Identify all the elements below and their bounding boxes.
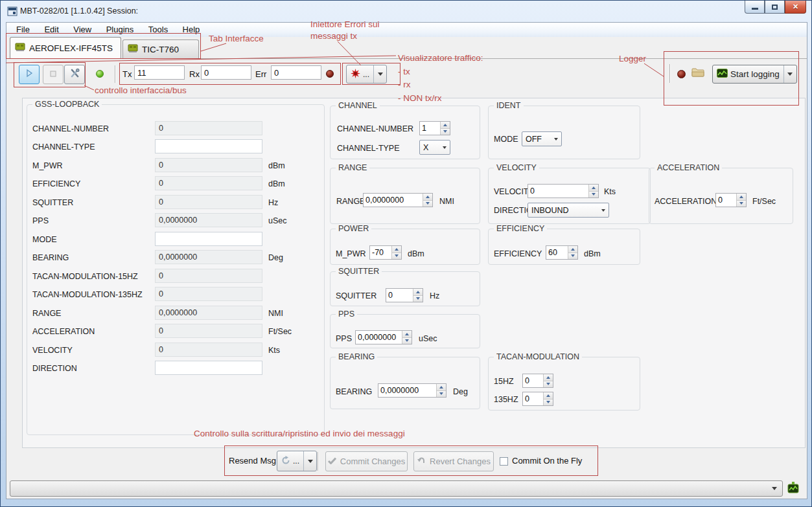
device-chip-icon: [128, 44, 138, 55]
stop-bus-button[interactable]: [43, 65, 64, 84]
app-icon: [7, 6, 17, 19]
rx-count-field[interactable]: 0: [201, 65, 251, 80]
group-gss-loopback: GSS-LOOPBACK CHANNEL-NUMBER0 CHANNEL-TYP…: [27, 104, 325, 435]
start-logging-label: Start logging: [730, 69, 780, 79]
commit-check-icon: [328, 456, 336, 466]
spinner-arrows-icon[interactable]: [391, 246, 401, 259]
spinner-arrows-icon[interactable]: [588, 185, 598, 197]
logger-separator: [669, 64, 670, 83]
group-bearing: BEARING BEARING 0,0000000 Deg: [330, 357, 480, 409]
gss-bearing-field: 0,0000000: [155, 250, 262, 264]
revert-changes-button[interactable]: Revert Changes: [413, 451, 494, 471]
m-pwr-spinner[interactable]: -70: [369, 245, 402, 260]
bottom-separator: [318, 452, 318, 471]
tools-icon: [69, 68, 80, 81]
tacan-135hz-spinner[interactable]: 0: [522, 392, 553, 406]
logging-status-led: [677, 70, 686, 78]
spinner-arrows-icon[interactable]: [402, 331, 412, 344]
tab-label: AEROFLEX-IFF45TS: [29, 43, 113, 53]
injector-dropdown-arrow[interactable]: [373, 65, 386, 83]
gss-mode-field: [155, 232, 262, 246]
direction-dropdown[interactable]: INBOUND: [528, 203, 609, 218]
squitter-spinner[interactable]: 0: [386, 288, 423, 302]
gss-range-field: 0,0000000: [155, 306, 262, 320]
spinner-arrows-icon[interactable]: [436, 384, 446, 397]
spinner-arrows-icon[interactable]: [413, 289, 423, 302]
log-chart-icon-small[interactable]: [787, 482, 799, 497]
tacan-15hz-spinner[interactable]: 0: [522, 374, 553, 388]
menu-tools[interactable]: Tools: [143, 23, 174, 36]
group-channel: CHANNEL CHANNEL-NUMBER 1 CHANNEL-TYPE X: [330, 106, 480, 159]
group-efficiency: EFFICIENCY EFFICIENCY 60 dBm: [488, 229, 640, 265]
bearing-spinner[interactable]: 0,0000000: [378, 383, 447, 398]
bus-settings-button[interactable]: [64, 65, 85, 84]
tab-tic-t760[interactable]: TIC-T760: [122, 39, 199, 58]
channel-type-dropdown[interactable]: X: [419, 140, 450, 155]
chevron-down-icon: [601, 209, 605, 212]
start-logging-button[interactable]: Start logging: [712, 65, 797, 84]
minimize-button[interactable]: [745, 1, 765, 14]
group-range: RANGE RANGE 0,0000000 NMI: [330, 168, 480, 224]
gss-channel-type-field: [155, 139, 262, 153]
spinner-arrows-icon[interactable]: [736, 194, 746, 207]
menu-help[interactable]: Help: [177, 23, 206, 36]
spinner-arrows-icon[interactable]: [423, 194, 432, 207]
commit-on-the-fly-checkbox[interactable]: [500, 457, 508, 466]
group-velocity: VELOCITY VELOCITY 0 Kts DIRECTION INBOUN…: [488, 168, 651, 224]
group-title: ACCELERATION: [655, 163, 722, 172]
error-status-led: [326, 70, 334, 78]
minimize-icon: [752, 8, 758, 10]
group-title: IDENT: [494, 101, 524, 110]
menu-plugins[interactable]: Plugins: [100, 23, 140, 36]
commit-on-the-fly-label: Commit On the Fly: [512, 456, 582, 466]
spinner-arrows-icon[interactable]: [568, 246, 577, 259]
resend-msg-button[interactable]: ...: [277, 451, 317, 471]
group-title: VELOCITY: [494, 163, 539, 172]
chevron-down-icon: [443, 146, 447, 149]
menu-edit[interactable]: Edit: [38, 23, 64, 36]
chevron-down-icon: [772, 487, 777, 490]
injector-ellipsis: ...: [363, 70, 369, 79]
resend-dropdown-arrow[interactable]: [303, 451, 316, 471]
acceleration-spinner[interactable]: 0: [715, 193, 747, 207]
message-selector-dropdown[interactable]: [10, 480, 783, 497]
menu-file[interactable]: File: [10, 23, 36, 36]
tab-aeroflex-iff45ts[interactable]: AEROFLEX-IFF45TS: [10, 37, 121, 59]
close-button[interactable]: ✕: [785, 1, 806, 14]
chevron-down-icon: [787, 73, 793, 76]
channel-number-spinner[interactable]: 1: [419, 121, 450, 135]
chevron-down-icon: [378, 73, 383, 76]
err-count-field[interactable]: 0: [271, 65, 321, 80]
efficiency-spinner[interactable]: 60: [546, 245, 578, 260]
menu-bar: File Edit View Plugins Tools Help: [6, 23, 807, 37]
gss-pps-field: 0,0000000: [155, 213, 262, 227]
stop-icon: [49, 69, 57, 80]
group-ident: IDENT MODE OFF: [488, 106, 640, 159]
tx-count-field[interactable]: 11: [134, 65, 185, 80]
tx-label: Tx: [122, 69, 132, 79]
range-spinner[interactable]: 0,0000000: [363, 193, 433, 207]
err-label: Err: [255, 69, 266, 79]
maximize-button[interactable]: [765, 1, 785, 14]
gss-efficiency-field: 0: [155, 176, 262, 190]
revert-undo-icon: [417, 456, 426, 466]
error-injector-button[interactable]: ...: [346, 65, 387, 84]
group-title: GSS-LOOPBACK: [32, 100, 102, 109]
pps-spinner[interactable]: 0,0000000: [355, 330, 412, 344]
commit-changes-button[interactable]: Commit Changes: [325, 451, 408, 471]
spinner-arrows-icon[interactable]: [543, 392, 553, 405]
play-icon: [25, 69, 34, 80]
velocity-spinner[interactable]: 0: [528, 184, 599, 198]
menu-view[interactable]: View: [67, 23, 97, 36]
spinner-arrows-icon[interactable]: [440, 122, 450, 135]
open-log-folder-icon[interactable]: [691, 67, 704, 80]
group-tacan-modulation: TACAN-MODULATION 15HZ 0 135HZ 0: [488, 357, 640, 411]
spinner-arrows-icon[interactable]: [543, 374, 553, 387]
maximize-icon: [772, 5, 778, 10]
start-bus-button[interactable]: [19, 65, 40, 84]
ident-mode-dropdown[interactable]: OFF: [522, 131, 562, 146]
log-chart-icon: [717, 69, 728, 80]
tab-label: TIC-T760: [142, 45, 179, 54]
resend-msg-label: Resend Msg: [229, 456, 276, 466]
logging-dropdown-arrow[interactable]: [783, 65, 796, 83]
